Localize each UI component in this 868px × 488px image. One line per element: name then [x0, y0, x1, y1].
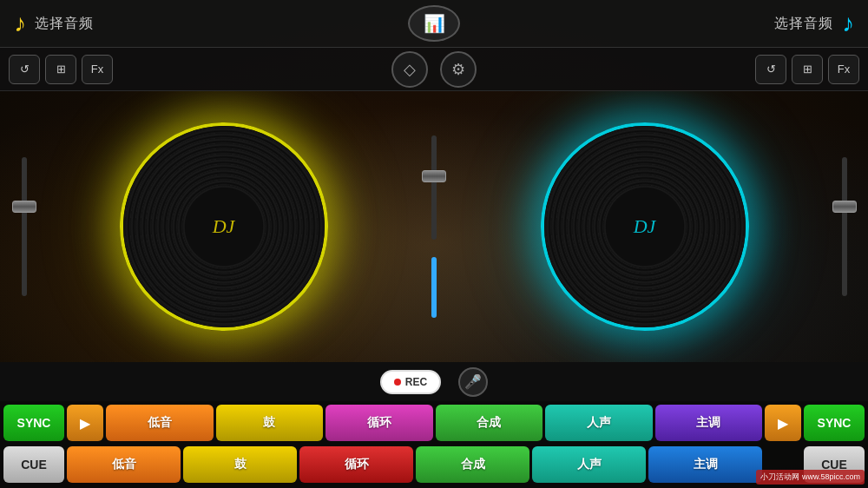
watermark: 小刀活动网 www.58picc.com [756, 470, 865, 485]
loop-button-left[interactable]: ↺ [9, 55, 40, 84]
pad-loop-left[interactable]: 循环 [326, 405, 433, 441]
pad-bass2-left[interactable]: 低音 [67, 446, 181, 483]
left-fader-track [22, 157, 27, 296]
music-icon-left[interactable]: ♪ [14, 10, 26, 37]
right-turntable-center: DJ [606, 188, 684, 266]
pad-synth2-center[interactable]: 合成 [416, 446, 529, 483]
controls-bar-right: ↺ ⊞ Fx [755, 55, 859, 84]
mic-button[interactable]: 🎤 [458, 367, 488, 397]
cue-button-left[interactable]: CUE [3, 446, 64, 483]
left-turntable[interactable]: DJ [120, 122, 328, 331]
left-vinyl: DJ [123, 126, 325, 327]
select-audio-left[interactable]: 选择音频 [35, 15, 94, 33]
eq-icon-right: ⊞ [803, 63, 812, 76]
rec-mic-row: REC 🎤 [0, 362, 868, 401]
music-icon-right[interactable]: ♪ [842, 10, 854, 37]
settings-button[interactable]: ⚙ [440, 51, 477, 88]
rec-label: REC [405, 376, 427, 388]
pad-vocal2-right[interactable]: 人声 [532, 446, 646, 483]
waveform-icon: 📊 [424, 13, 445, 34]
play-button-right[interactable]: ▶ [765, 405, 801, 441]
gear-icon: ⚙ [451, 60, 465, 79]
right-volume-fader-area [820, 91, 868, 362]
right-turntable[interactable]: DJ [541, 122, 749, 331]
center-controls: ◇ ⚙ [391, 51, 477, 88]
right-dj-label: DJ [634, 215, 656, 238]
pad-loop2-left[interactable]: 循环 [299, 446, 413, 483]
sync-button-right[interactable]: SYNC [804, 405, 865, 441]
fx-button-left[interactable]: Fx [82, 55, 113, 84]
pad-row-1: SYNC ▶ 低音 鼓 循环 合成 人声 主调 ▶ SYNC [0, 401, 868, 445]
right-fader-thumb[interactable] [832, 201, 857, 213]
controls-bar: ↺ ⊞ Fx ◇ ⚙ ↺ ⊞ Fx [0, 48, 868, 91]
mic-icon: 🎤 [464, 373, 482, 390]
cue-row: CUE 低音 鼓 循环 合成 人声 主调 CUE [0, 445, 868, 488]
bottom-controls: REC 🎤 SYNC ▶ 低音 鼓 循环 合成 人声 主调 ▶ SYNC CUE… [0, 362, 868, 488]
pad-bass-left[interactable]: 低音 [106, 405, 214, 441]
left-dj-label: DJ [213, 215, 235, 238]
pad-drum2-left[interactable]: 鼓 [183, 446, 297, 483]
rec-indicator [394, 379, 401, 386]
eq-button-left[interactable]: ⊞ [45, 55, 76, 84]
waveform-button[interactable]: 📊 [408, 5, 460, 42]
pad-drum-left[interactable]: 鼓 [216, 405, 324, 441]
pad-vocal-right[interactable]: 人声 [545, 405, 653, 441]
top-bar-left: ♪ 选择音频 [14, 10, 205, 37]
pad-synth-center[interactable]: 合成 [436, 405, 543, 441]
select-audio-right[interactable]: 选择音频 [774, 15, 833, 33]
pad-key-right[interactable]: 主调 [655, 405, 763, 441]
diamond-button[interactable]: ◇ [391, 51, 428, 88]
eq-icon-left: ⊞ [56, 63, 66, 76]
crossfader-track [431, 135, 437, 240]
left-fader-thumb[interactable] [12, 201, 36, 213]
center-crossfader-area [399, 91, 469, 362]
left-turntable-area: DJ [48, 91, 399, 362]
eq-button-right[interactable]: ⊞ [792, 55, 823, 84]
right-turntable-area: DJ [469, 91, 820, 362]
top-bar-right: 选择音频 ♪ [663, 10, 854, 37]
pad-key2-right[interactable]: 主调 [648, 446, 762, 483]
left-volume-fader-area [0, 91, 48, 362]
left-turntable-center: DJ [185, 188, 263, 266]
fx-button-right[interactable]: Fx [828, 55, 859, 84]
loop-button-right[interactable]: ↺ [755, 55, 786, 84]
top-bar: ♪ 选择音频 📊 选择音频 ♪ [0, 0, 868, 48]
crossfader-thumb[interactable] [422, 170, 446, 182]
sync-button-left[interactable]: SYNC [3, 405, 64, 441]
diamond-icon: ◇ [404, 60, 416, 79]
rec-button[interactable]: REC [380, 370, 441, 394]
main-deck: DJ DJ [0, 91, 868, 362]
right-vinyl: DJ [544, 126, 746, 327]
right-fader-track [842, 157, 847, 296]
pitch-fader[interactable] [431, 257, 437, 318]
app: ♪ 选择音频 📊 选择音频 ♪ ↺ ⊞ Fx ◇ ⚙ ↺ [0, 0, 868, 488]
play-button-left[interactable]: ▶ [67, 405, 103, 441]
